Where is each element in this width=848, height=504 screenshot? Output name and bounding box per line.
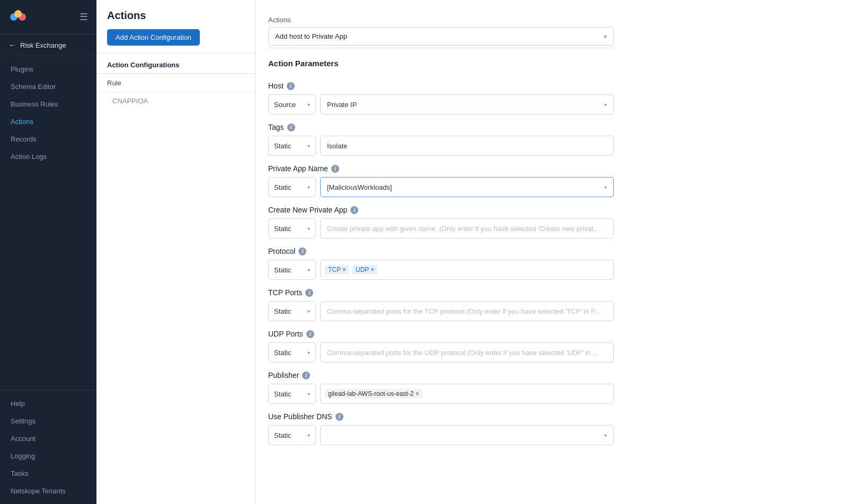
sidebar-item-action-logs[interactable]: Action Logs — [0, 148, 96, 165]
private-app-source-select[interactable]: Static ▾ — [268, 177, 316, 197]
tags-value-select[interactable]: Isolate — [320, 136, 614, 156]
sidebar-item-plugins[interactable]: Plugins — [0, 60, 96, 78]
publisher-chips-container[interactable]: gilead-lab-AWS-root-us-east-2 × — [320, 384, 614, 404]
sidebar-item-settings[interactable]: Settings — [0, 412, 96, 430]
publisher-inputs: Static ▾ gilead-lab-AWS-root-us-east-2 × — [268, 384, 614, 404]
create-new-source-select[interactable]: Static ▾ — [268, 218, 316, 238]
create-new-inputs: Static ▾ Create private app with given n… — [268, 218, 614, 238]
use-publisher-dns-chevron-icon: ▾ — [604, 432, 607, 438]
publisher-field: Publisher i Static ▾ gilead-lab-AWS-root… — [268, 362, 614, 404]
tcp-chip-remove-icon[interactable]: × — [342, 266, 346, 273]
tcp-ports-info-icon[interactable]: i — [305, 289, 313, 297]
host-value-chevron-icon: ▾ — [604, 102, 607, 108]
actions-select[interactable]: Add host to Private App ▾ — [268, 27, 614, 46]
actions-field-label: Actions — [268, 16, 614, 24]
private-app-source-chevron-icon: ▾ — [307, 184, 310, 190]
udp-ports-label-row: UDP Ports i — [268, 330, 614, 338]
host-value-select[interactable]: Private IP ▾ — [320, 94, 614, 114]
private-app-name-field: Private App Name i Static ▾ [MaliciousWo… — [268, 156, 614, 197]
use-publisher-dns-source-chevron-icon: ▾ — [307, 432, 310, 438]
layout-wrapper: Actions Add Action Configuration Action … — [96, 0, 848, 504]
tcp-ports-placeholder[interactable]: Comma-separated ports for the TCP protoc… — [320, 301, 614, 321]
sidebar-logo: ☰ — [0, 0, 96, 34]
use-publisher-dns-source-col: Static ▾ — [268, 425, 316, 445]
create-new-field: Create New Private App i Static ▾ Create… — [268, 197, 614, 238]
use-publisher-dns-value-col: ▾ — [320, 425, 614, 445]
host-source-chevron-icon: ▾ — [307, 102, 310, 108]
create-new-info-icon[interactable]: i — [350, 206, 358, 214]
udp-ports-label: UDP Ports — [268, 330, 303, 338]
sidebar-item-schema-editor[interactable]: Schema Editor — [0, 78, 96, 95]
host-source-select[interactable]: Source ▾ — [268, 94, 316, 114]
sidebar-item-records[interactable]: Records — [0, 130, 96, 148]
tcp-chip-label: TCP — [328, 266, 341, 273]
hamburger-icon[interactable]: ☰ — [80, 11, 88, 23]
udp-ports-source-select[interactable]: Static ▾ — [268, 342, 316, 362]
page-title: Actions — [107, 10, 244, 22]
private-app-name-label: Private App Name — [268, 164, 328, 173]
create-new-placeholder[interactable]: Create private app with given name. (Onl… — [320, 218, 614, 238]
publisher-label-row: Publisher i — [268, 371, 614, 379]
tags-info-icon[interactable]: i — [287, 123, 295, 131]
action-params-title: Action Parameters — [268, 50, 614, 73]
config-sub-item-cnappioa[interactable]: CNAPPIOA — [96, 93, 255, 109]
host-value-text: Private IP — [327, 101, 357, 109]
tags-label-row: Tags i — [268, 123, 614, 131]
sidebar-item-help[interactable]: Help — [0, 395, 96, 412]
protocol-field: Protocol i Static ▾ TCP × — [268, 238, 614, 280]
private-app-value-input[interactable]: [MaliciousWorkloads] ▾ — [320, 177, 614, 197]
use-publisher-dns-info-icon[interactable]: i — [335, 413, 343, 421]
back-button[interactable]: ← Risk Exchange — [0, 34, 96, 56]
actions-select-value: Add host to Private App — [275, 32, 347, 40]
protocol-chips-container[interactable]: TCP × UDP × — [320, 260, 614, 280]
form-content: Actions Add host to Private App ▾ Action… — [255, 0, 626, 466]
create-new-source-value: Static — [274, 225, 292, 233]
sidebar-item-account[interactable]: Account — [0, 430, 96, 447]
host-value-col: Private IP ▾ — [320, 94, 614, 114]
use-publisher-dns-source-select[interactable]: Static ▾ — [268, 425, 316, 445]
tags-inputs: Static ▾ Isolate — [268, 136, 614, 156]
publisher-source-select[interactable]: Static ▾ — [268, 384, 316, 404]
publisher-chip-remove-icon[interactable]: × — [416, 390, 419, 397]
protocol-source-select[interactable]: Static ▾ — [268, 260, 316, 280]
sidebar-item-label: Plugins — [11, 65, 33, 73]
create-new-source-col: Static ▾ — [268, 218, 316, 238]
host-info-icon[interactable]: i — [287, 82, 295, 90]
sidebar-item-business-rules[interactable]: Business Rules — [0, 95, 96, 113]
use-publisher-dns-value-select[interactable]: ▾ — [320, 425, 614, 445]
udp-chip-remove-icon[interactable]: × — [370, 266, 374, 273]
sidebar-item-tasks[interactable]: Tasks — [0, 465, 96, 482]
sidebar-item-logging[interactable]: Logging — [0, 447, 96, 465]
udp-chip-label: UDP — [356, 266, 369, 273]
form-panel: Actions Add host to Private App ▾ Action… — [255, 0, 848, 504]
netskope-logo-icon — [8, 7, 28, 26]
udp-ports-info-icon[interactable]: i — [306, 330, 314, 338]
left-panel-header: Actions Add Action Configuration — [96, 0, 255, 54]
private-app-name-inputs: Static ▾ [MaliciousWorkloads] ▾ — [268, 177, 614, 197]
tcp-ports-label: TCP Ports — [268, 288, 302, 297]
private-app-name-info-icon[interactable]: i — [331, 165, 339, 173]
use-publisher-dns-field: Use Publisher DNS i Static ▾ ▾ — [268, 404, 614, 445]
rule-item[interactable]: Rule — [96, 74, 255, 93]
back-label: Risk Exchange — [20, 41, 66, 49]
tcp-ports-source-select[interactable]: Static ▾ — [268, 301, 316, 321]
private-app-source-col: Static ▾ — [268, 177, 316, 197]
tags-source-select[interactable]: Static ▾ — [268, 136, 316, 156]
protocol-inputs: Static ▾ TCP × UDP × — [268, 260, 614, 280]
divider-1 — [268, 48, 614, 48]
add-action-config-button[interactable]: Add Action Configuration — [107, 29, 200, 46]
sidebar-item-netskope-tenants[interactable]: Netskope Tenants — [0, 482, 96, 500]
udp-ports-placeholder[interactable]: Comma-separated ports for the UDP protoc… — [320, 342, 614, 362]
protocol-label: Protocol — [268, 247, 295, 255]
private-app-value-text: [MaliciousWorkloads] — [327, 183, 392, 191]
create-new-value-col: Create private app with given name. (Onl… — [320, 218, 614, 238]
sidebar-item-label: Actions — [11, 118, 33, 126]
host-inputs: Source ▾ Private IP ▾ — [268, 94, 614, 114]
publisher-info-icon[interactable]: i — [302, 372, 310, 379]
udp-ports-source-chevron-icon: ▾ — [307, 350, 310, 356]
protocol-info-icon[interactable]: i — [298, 247, 306, 255]
host-label: Host — [268, 82, 284, 90]
protocol-label-row: Protocol i — [268, 247, 614, 255]
private-app-source-value: Static — [274, 183, 292, 191]
sidebar-item-actions[interactable]: Actions — [0, 113, 96, 130]
